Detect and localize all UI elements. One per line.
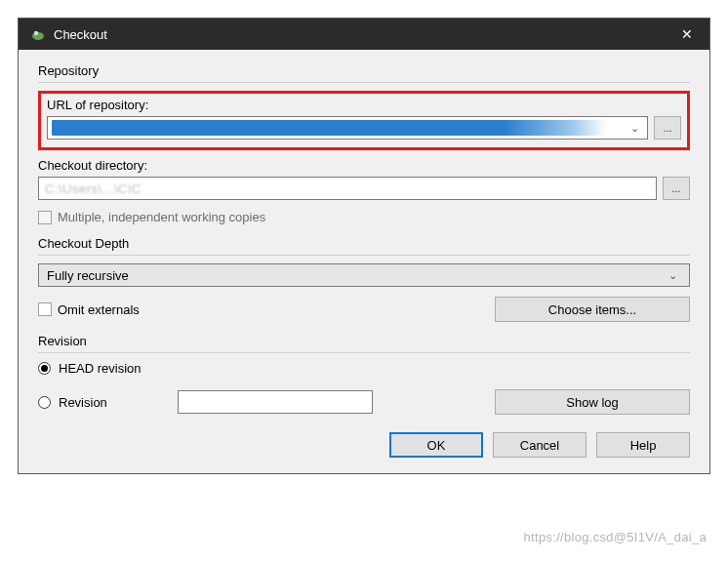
button-bar: OK Cancel Help [38, 432, 690, 458]
url-combobox[interactable]: ⌄ [47, 116, 648, 140]
titlebar: Checkout ✕ [19, 19, 709, 50]
close-icon: ✕ [681, 26, 693, 42]
head-revision-label: HEAD revision [59, 361, 142, 376]
chevron-down-icon: ⌄ [626, 122, 643, 135]
depth-combobox[interactable]: Fully recursive ⌄ [38, 263, 690, 287]
url-highlight-box: URL of repository: ⌄ ... [38, 91, 690, 150]
multiple-copies-label: Multiple, independent working copies [58, 210, 265, 224]
show-log-button[interactable]: Show log [495, 389, 690, 415]
watermark-text: https://blog.csd@5I1V/A_dai_a [524, 530, 707, 544]
app-icon [30, 26, 46, 42]
depth-selected: Fully recursive [47, 268, 129, 283]
omit-externals-checkbox[interactable] [38, 302, 52, 316]
ok-button[interactable]: OK [389, 432, 483, 458]
directory-browse-button[interactable]: ... [663, 177, 690, 200]
svg-point-1 [34, 31, 38, 35]
dialog-content: Repository URL of repository: ⌄ ... [19, 50, 709, 473]
omit-externals-row[interactable]: Omit externals [38, 302, 140, 317]
show-log-label: Show log [566, 395, 618, 410]
revision-input[interactable] [178, 390, 373, 414]
repository-group-label: Repository [38, 63, 690, 78]
multiple-copies-checkbox [38, 211, 52, 224]
url-browse-button[interactable]: ... [654, 116, 681, 140]
help-label: Help [630, 438, 657, 453]
directory-value: C:\Users\...\CIC [45, 181, 142, 196]
ellipsis-icon: ... [663, 122, 671, 134]
directory-label: Checkout directory: [38, 158, 690, 173]
depth-group-label: Checkout Depth [38, 236, 690, 251]
chevron-down-icon: ⌄ [664, 269, 681, 282]
specific-revision-label: Revision [59, 395, 107, 410]
head-revision-row[interactable]: HEAD revision [38, 361, 690, 376]
checkout-dialog: Checkout ✕ Repository URL of repository:… [18, 18, 710, 474]
ellipsis-icon: ... [671, 182, 680, 194]
head-revision-radio[interactable] [38, 362, 51, 375]
close-button[interactable]: ✕ [665, 19, 709, 50]
specific-revision-row[interactable]: Revision [38, 395, 107, 410]
choose-items-label: Choose items... [548, 302, 636, 317]
omit-externals-label: Omit externals [58, 302, 140, 317]
repository-group: Repository URL of repository: ⌄ ... [38, 63, 690, 224]
depth-group: Checkout Depth Fully recursive ⌄ Omit ex… [38, 236, 690, 322]
url-value [52, 120, 626, 136]
cancel-label: Cancel [520, 438, 559, 453]
multiple-copies-checkbox-row: Multiple, independent working copies [38, 210, 690, 224]
directory-input[interactable]: C:\Users\...\CIC [38, 177, 657, 200]
choose-items-button[interactable]: Choose items... [495, 297, 690, 322]
ok-label: OK [427, 438, 446, 453]
cancel-button[interactable]: Cancel [493, 432, 586, 458]
revision-group-label: Revision [38, 334, 690, 348]
specific-revision-radio[interactable] [38, 396, 51, 409]
revision-group: Revision HEAD revision Revision Show log [38, 334, 690, 415]
url-label: URL of repository: [47, 98, 681, 112]
window-title: Checkout [54, 27, 107, 42]
help-button[interactable]: Help [596, 432, 690, 458]
